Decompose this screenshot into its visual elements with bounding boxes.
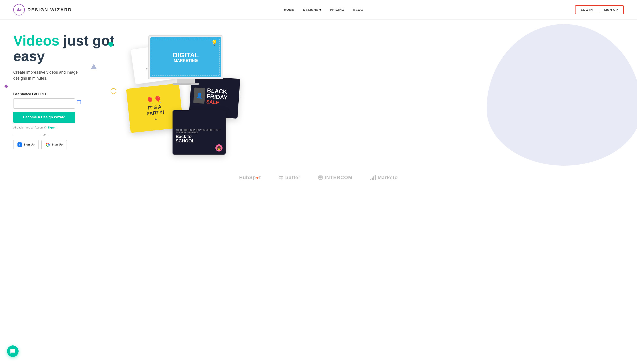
bts-person-avatar: 👧 <box>216 144 222 152</box>
triangle-decoration <box>91 64 97 69</box>
or-divider: Or <box>13 133 75 136</box>
nav-link-home[interactable]: HOME <box>284 8 294 12</box>
circle-outline-decoration <box>110 88 116 94</box>
bf-person-photo: 👤 <box>193 88 206 104</box>
chevron-down-icon: ▾ <box>320 8 321 12</box>
hero-title-highlight: Videos <box>13 33 60 49</box>
svg-rect-1 <box>320 176 320 178</box>
nav-item-home[interactable]: HOME <box>284 8 294 12</box>
digital-marketing-title: DIGITAL <box>173 52 199 58</box>
bf-text: BLACKFRIDAY SALE <box>206 88 228 106</box>
nav-link-pricing[interactable]: PRICING <box>330 8 344 12</box>
nav-link-designs-wrapper[interactable]: DESIGNS ▾ <box>303 8 321 12</box>
diamond-decoration <box>4 84 8 88</box>
nav-item-pricing[interactable]: PRICING <box>330 8 344 12</box>
design-cards-container: DIGITAL MARKETING 💡 🌸🌿 save the date <box>128 33 624 157</box>
marketo-text: Marketo <box>378 175 398 180</box>
marketo-logo: Marketo <box>370 175 398 180</box>
svg-rect-7 <box>375 175 376 180</box>
buffer-logo: buffer <box>279 175 300 180</box>
person-icon: 👤 <box>196 92 203 99</box>
sign-in-link[interactable]: Sign-In <box>48 126 57 129</box>
auth-buttons: LOG IN SIGN UP <box>575 5 624 14</box>
hero-subtitle: Create impressive videos and imagedesign… <box>13 70 128 82</box>
nav-item-designs[interactable]: DESIGNS ▾ <box>303 8 321 12</box>
back-to-school-card: ALL OF THE SUPPLIES YOU NEED TO GET THE … <box>172 110 226 154</box>
bf-person-area: 👤 BLACKFRIDAY SALE <box>193 87 236 107</box>
buffer-icon <box>279 175 284 180</box>
email-input[interactable] <box>13 98 75 108</box>
hubspot-logo: HubSp●t <box>239 175 261 180</box>
google-icon <box>46 142 50 147</box>
intercom-text: INTERCOM <box>325 175 352 180</box>
buffer-text: buffer <box>285 175 300 180</box>
intercom-logo: INTERCOM <box>318 175 352 180</box>
google-signup-label: Sign Up <box>52 143 62 146</box>
facebook-icon: f <box>18 142 22 147</box>
intercom-icon <box>318 175 323 180</box>
monitor-card: DIGITAL MARKETING 💡 <box>148 35 224 85</box>
svg-rect-6 <box>373 176 374 180</box>
person-icon-bts: 👧 <box>217 146 221 150</box>
marketo-icon <box>370 175 376 180</box>
svg-rect-5 <box>372 178 373 180</box>
hero-right: DIGITAL MARKETING 💡 🌸🌿 save the date <box>128 33 624 157</box>
monitor-foot <box>172 83 199 85</box>
signup-button[interactable]: SIGN UP <box>598 6 623 14</box>
bts-tagline: ALL OF THE SUPPLIES YOU NEED TO GET THE … <box>176 129 222 134</box>
social-buttons: f Sign Up Sign Up <box>13 140 128 149</box>
hero-section: Videos just got easy Create impressive v… <box>0 20 637 166</box>
monitor-neck <box>177 80 195 83</box>
nav-links: HOME DESIGNS ▾ PRICING BLOG <box>284 8 363 12</box>
svg-rect-2 <box>320 176 321 179</box>
logo-text: DESIGN WIZARD <box>28 7 72 12</box>
hubspot-text: HubSp●t <box>239 175 261 180</box>
nav-link-blog[interactable]: BLOG <box>353 8 363 12</box>
logo-area[interactable]: dw DESIGN WIZARD <box>13 4 72 16</box>
party-title: IT'S APARTY! <box>146 104 164 116</box>
brands-section: HubSp●t buffer INTERCOM Marketo <box>0 166 637 189</box>
hero-title: Videos just got easy <box>13 33 128 64</box>
monitor-screen: DIGITAL MARKETING 💡 <box>150 37 221 77</box>
back-to-school-title: Back toSCHOOL <box>176 134 222 143</box>
svg-rect-3 <box>321 176 322 178</box>
balloon-icon: 🎈🎈 <box>146 96 162 104</box>
become-design-wizard-button[interactable]: Become A Design Wizard <box>13 112 75 123</box>
facebook-signup-label: Sign Up <box>24 143 34 146</box>
party-date: 12 <box>154 117 157 120</box>
square-outline-decoration <box>77 100 81 104</box>
svg-rect-4 <box>370 179 371 180</box>
teal-dot-decoration <box>108 42 113 47</box>
nav-item-blog[interactable]: BLOG <box>353 8 363 12</box>
navbar: dw DESIGN WIZARD HOME DESIGNS ▾ PRICING … <box>0 0 637 20</box>
back-to-school-content: ALL OF THE SUPPLIES YOU NEED TO GET THE … <box>172 110 226 154</box>
nav-link-designs[interactable]: DESIGNS <box>303 8 318 12</box>
logo-icon: dw <box>13 4 25 16</box>
login-button[interactable]: LOG IN <box>576 6 598 14</box>
google-signup-button[interactable]: Sign Up <box>41 140 67 149</box>
facebook-signup-button[interactable]: f Sign Up <box>13 140 39 149</box>
black-friday-title: BLACKFRIDAY <box>206 88 228 100</box>
monitor-body: DIGITAL MARKETING 💡 <box>148 35 224 80</box>
already-account-text: Already have an Account? Sign-In <box>13 126 128 129</box>
